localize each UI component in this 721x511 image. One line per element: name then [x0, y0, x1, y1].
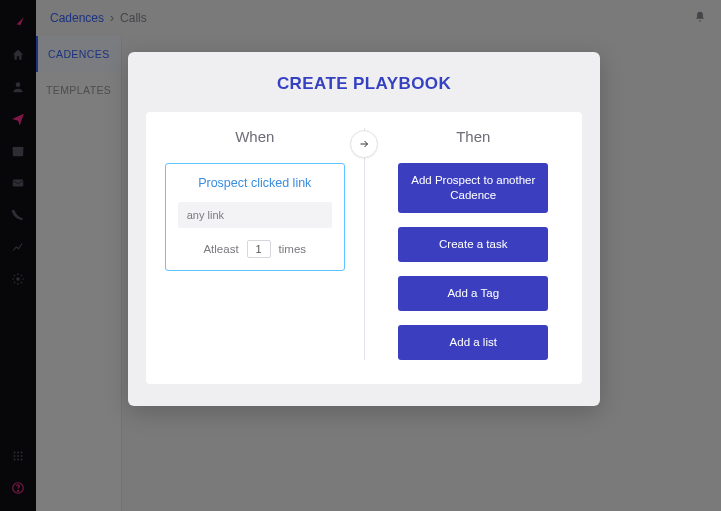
then-header: Then	[456, 128, 490, 145]
action-add-prospect-cadence[interactable]: Add Prospect to another Cadence	[398, 163, 548, 213]
count-input[interactable]	[247, 240, 271, 258]
atleast-row: Atleast times	[178, 240, 332, 258]
then-column: Then Add Prospect to another Cadence Cre…	[365, 128, 583, 360]
action-create-task[interactable]: Create a task	[398, 227, 548, 262]
modal-title: CREATE PLAYBOOK	[146, 74, 582, 94]
action-add-list[interactable]: Add a list	[398, 325, 548, 360]
when-column: When Prospect clicked link any link Atle…	[146, 128, 364, 360]
when-header: When	[235, 128, 274, 145]
trigger-card: Prospect clicked link any link Atleast t…	[165, 163, 345, 271]
arrow-right-icon	[350, 130, 378, 158]
action-add-tag[interactable]: Add a Tag	[398, 276, 548, 311]
playbook-panel: When Prospect clicked link any link Atle…	[146, 112, 582, 384]
trigger-title: Prospect clicked link	[178, 176, 332, 190]
create-playbook-modal: CREATE PLAYBOOK When Prospect clicked li…	[128, 52, 600, 406]
times-label: times	[279, 243, 306, 255]
link-select[interactable]: any link	[178, 202, 332, 228]
atleast-label: Atleast	[203, 243, 238, 255]
